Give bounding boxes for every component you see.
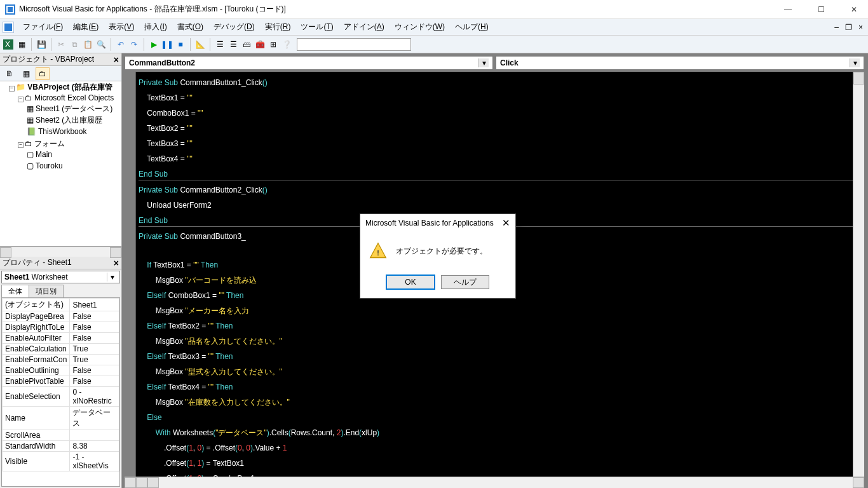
dialog-message: オブジェクトが必要です。 xyxy=(396,246,487,257)
properties-tab-categorized[interactable]: 項目別 xyxy=(29,285,64,297)
tree-hscrollbar[interactable] xyxy=(0,247,121,257)
property-row[interactable]: Nameデータベース xyxy=(3,407,119,430)
tree-form-main[interactable]: ▢ Main xyxy=(27,149,121,160)
maximize-button[interactable]: ☐ xyxy=(812,5,830,14)
property-row[interactable]: EnableAutoFilterFalse xyxy=(3,333,119,344)
property-row[interactable]: EnableCalculationTrue xyxy=(3,344,119,355)
property-row[interactable]: DisplayRightToLeFalse xyxy=(3,322,119,333)
menu-window[interactable]: ウィンドウ(W) xyxy=(390,20,450,34)
property-row[interactable]: EnablePivotTableFalse xyxy=(3,376,119,387)
toggle-folders-icon[interactable]: 🗀 xyxy=(36,67,50,80)
properties-grid[interactable]: (オブジェクト名)Sheet1DisplayPageBreaFalseDispl… xyxy=(1,297,120,487)
properties-icon[interactable]: ☰ xyxy=(227,39,239,50)
view-code-icon[interactable]: 🗎 xyxy=(3,67,17,80)
full-module-view-icon[interactable] xyxy=(125,477,136,488)
menu-edit[interactable]: 編集(E) xyxy=(68,20,104,34)
break-icon[interactable]: ❚❚ xyxy=(161,39,173,50)
redo-icon[interactable]: ↷ xyxy=(128,39,140,50)
properties-tab-all[interactable]: 全体 xyxy=(1,285,29,297)
design-mode-icon[interactable]: 📐 xyxy=(194,39,206,50)
properties-close-icon[interactable]: × xyxy=(114,258,119,268)
project-panel-header: プロジェクト - VBAProject× xyxy=(0,53,121,66)
object-combo[interactable]: CommandButton2▾ xyxy=(125,56,493,70)
title-app: Microsoft Visual Basic for Applications … xyxy=(19,4,286,15)
properties-panel-header: プロパティ - Sheet1× xyxy=(0,257,121,269)
find-icon[interactable]: 🔍 xyxy=(95,39,107,50)
code-margin xyxy=(125,72,136,477)
save-icon[interactable]: 💾 xyxy=(36,39,47,50)
dialog-close-icon[interactable]: ✕ xyxy=(502,217,510,229)
project-close-icon[interactable]: × xyxy=(114,55,119,65)
window-titlebar: Microsoft Visual Basic for Applications … xyxy=(0,0,868,19)
svg-text:X: X xyxy=(5,40,10,49)
ms-help-icon[interactable]: ❔ xyxy=(281,39,292,50)
error-dialog: Microsoft Visual Basic for Applications … xyxy=(360,214,516,299)
code-vscrollbar[interactable] xyxy=(853,72,864,477)
toolbar-combo[interactable] xyxy=(297,38,411,51)
run-icon[interactable]: ▶ xyxy=(148,39,159,50)
property-row[interactable]: EnableFormatConTrue xyxy=(3,355,119,365)
mdi-close[interactable]: × xyxy=(858,23,863,32)
project-tree[interactable]: −📁 VBAProject (部品在庫管 −🗀 Microsoft Excel … xyxy=(0,81,121,247)
tree-form-touroku[interactable]: ▢ Touroku xyxy=(27,160,121,172)
excel-icon[interactable]: X xyxy=(3,39,14,50)
warning-icon: ! xyxy=(369,242,387,260)
procedure-combo[interactable]: Click▾ xyxy=(496,56,864,70)
code-hscrollbar[interactable] xyxy=(125,477,864,488)
property-row[interactable]: DisplayPageBreaFalse xyxy=(3,311,119,322)
menu-view[interactable]: 表示(V) xyxy=(104,20,139,34)
property-row[interactable]: EnableOutliningFalse xyxy=(3,365,119,376)
tab-order-icon[interactable]: ⊞ xyxy=(268,39,279,50)
tree-sheet2[interactable]: ▦ Sheet2 (入出庫履歴 xyxy=(27,114,121,126)
insert-module-icon[interactable]: ▦ xyxy=(16,39,27,50)
tree-thisworkbook[interactable]: 📗 ThisWorkbook xyxy=(27,126,121,137)
toolbox-icon[interactable]: 🧰 xyxy=(254,39,266,50)
tree-sheet1[interactable]: ▦ Sheet1 (データベース) xyxy=(27,103,121,114)
reset-icon[interactable]: ■ xyxy=(175,39,186,50)
property-row[interactable]: Visible-1 - xlSheetVis xyxy=(3,452,119,471)
vba-menu-icon[interactable] xyxy=(3,22,14,33)
dialog-titlebar: Microsoft Visual Basic for Applications … xyxy=(360,214,515,232)
property-row[interactable]: ScrollArea xyxy=(3,430,119,441)
menu-insert[interactable]: 挿入(I) xyxy=(139,20,172,34)
view-object-icon[interactable]: ▦ xyxy=(19,67,33,80)
svg-rect-2 xyxy=(8,7,13,12)
svg-text:!: ! xyxy=(377,249,379,257)
toolbar: X ▦ 💾 ✂ ⧉ 📋 🔍 ↶ ↷ ▶ ❚❚ ■ 📐 ☰ ☰ 🗃 🧰 ⊞ ❔ xyxy=(0,36,868,53)
menu-tools[interactable]: ツール(T) xyxy=(295,20,338,34)
cut-icon[interactable]: ✂ xyxy=(55,39,67,50)
paste-icon[interactable]: 📋 xyxy=(82,39,93,50)
close-button[interactable]: ✕ xyxy=(845,5,863,14)
menu-addin[interactable]: アドイン(A) xyxy=(339,20,390,34)
project-toolbar: 🗎 ▦ 🗀 xyxy=(0,66,121,81)
dialog-help-button[interactable]: ヘルプ xyxy=(441,275,489,289)
property-row[interactable]: StandardWidth8.38 xyxy=(3,441,119,452)
mdi-minimize[interactable]: – xyxy=(834,23,839,32)
vba-icon xyxy=(5,4,15,15)
menu-format[interactable]: 書式(O) xyxy=(172,20,208,34)
property-row[interactable]: EnableSelection0 - xlNoRestric xyxy=(3,387,119,407)
minimize-button[interactable]: — xyxy=(779,5,797,14)
menu-file[interactable]: ファイル(F) xyxy=(18,20,68,34)
menu-run[interactable]: 実行(R) xyxy=(260,20,296,34)
property-row[interactable]: (オブジェクト名)Sheet1 xyxy=(3,299,119,311)
project-explorer-icon[interactable]: ☰ xyxy=(214,39,226,50)
undo-icon[interactable]: ↶ xyxy=(115,39,126,50)
menu-debug[interactable]: デバッグ(D) xyxy=(208,20,260,34)
dialog-ok-button[interactable]: OK xyxy=(386,275,435,289)
svg-rect-3 xyxy=(4,24,12,31)
menu-help[interactable]: ヘルプ(H) xyxy=(450,20,494,34)
object-browser-icon[interactable]: 🗃 xyxy=(241,39,252,50)
procedure-view-icon[interactable] xyxy=(136,477,147,488)
properties-object-select[interactable]: Sheet1 Worksheet▾ xyxy=(1,271,120,283)
mdi-restore[interactable]: ❐ xyxy=(845,23,852,32)
copy-icon[interactable]: ⧉ xyxy=(69,39,80,50)
menu-bar: ファイル(F) 編集(E) 表示(V) 挿入(I) 書式(O) デバッグ(D) … xyxy=(0,19,868,36)
